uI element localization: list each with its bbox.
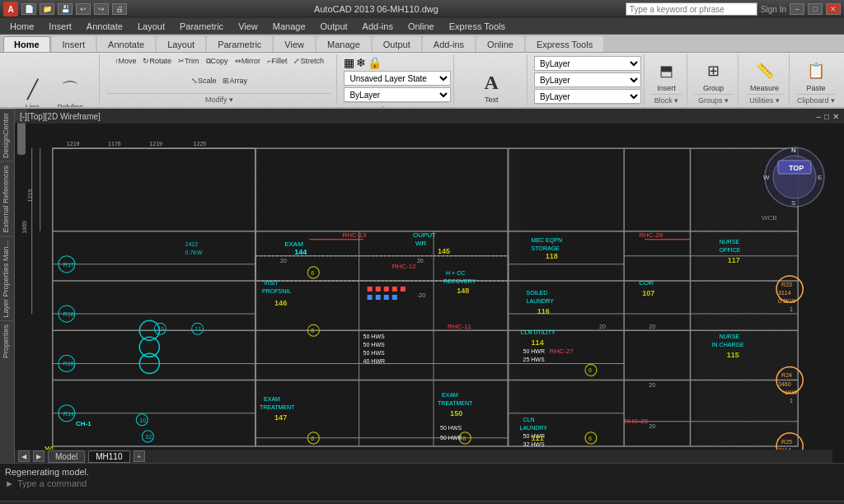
command-input[interactable] bbox=[17, 478, 839, 488]
btn-line[interactable]: ╱ Line bbox=[14, 56, 50, 107]
menu-layout[interactable]: Layout bbox=[131, 20, 171, 33]
tab-mh110[interactable]: MH110 bbox=[88, 450, 129, 463]
command-prompt: ► bbox=[5, 478, 14, 488]
menu-addins[interactable]: Add-ins bbox=[356, 20, 400, 33]
external-references-tab[interactable]: External References bbox=[0, 161, 15, 236]
properties-bylayer1-dropdown[interactable]: ByLayer bbox=[534, 56, 641, 71]
btn-mirror[interactable]: ⇔Mirror bbox=[232, 56, 264, 66]
menu-view[interactable]: View bbox=[232, 20, 265, 33]
svg-text:RHC-25: RHC-25 bbox=[624, 418, 648, 425]
cad-drawing: EXAM 144 RHC-13 OUPUT WR 145 MEC EQPN ST… bbox=[15, 124, 844, 463]
sign-in-btn[interactable]: Sign In bbox=[761, 5, 786, 14]
cad-canvas[interactable]: EXAM 144 RHC-13 OUPUT WR 145 MEC EQPN ST… bbox=[15, 124, 844, 463]
tab-prev-btn[interactable]: ◀ bbox=[18, 450, 30, 462]
tab-output[interactable]: Output bbox=[373, 36, 421, 52]
svg-text:RHC-11: RHC-11 bbox=[448, 323, 471, 330]
tab-home[interactable]: Home bbox=[3, 36, 50, 52]
menu-annotate[interactable]: Annotate bbox=[80, 20, 129, 33]
btn-group[interactable]: ⊞ Group bbox=[696, 56, 732, 94]
tab-model[interactable]: Model bbox=[48, 450, 85, 463]
btn-polyline[interactable]: ⌒ Polyline bbox=[52, 56, 88, 107]
tab-next-btn[interactable]: ▶ bbox=[33, 450, 45, 462]
viewport-close[interactable]: ✕ bbox=[832, 112, 839, 121]
btn-rotate[interactable]: ↻Rotate bbox=[140, 56, 174, 66]
menu-manage[interactable]: Manage bbox=[266, 20, 312, 33]
btn-move[interactable]: ↑Move bbox=[112, 56, 139, 66]
tab-layout[interactable]: Layout bbox=[157, 36, 205, 52]
menu-online[interactable]: Online bbox=[401, 20, 441, 33]
scroll-thumb[interactable] bbox=[17, 122, 26, 155]
ribbon-group-modify: ↑Move ↻Rotate ✂Trim ⧉Copy ⇔Mirror ⌐Fille… bbox=[101, 54, 337, 105]
designcenter-tab[interactable]: DesignCenter bbox=[0, 109, 15, 161]
properties-bylayer3-dropdown[interactable]: ByLayer bbox=[534, 89, 641, 104]
svg-text:20: 20 bbox=[649, 423, 655, 429]
line-icon: ╱ bbox=[19, 77, 45, 103]
menu-insert[interactable]: Insert bbox=[42, 20, 78, 33]
menu-home[interactable]: Home bbox=[3, 20, 40, 33]
btn-copy[interactable]: ⧉Copy bbox=[204, 56, 231, 67]
svg-text:H + CC: H + CC bbox=[446, 270, 465, 276]
nav-cube[interactable]: TOP N E W S WCB bbox=[762, 144, 828, 210]
navcube[interactable]: TOP N E W S WCB bbox=[762, 144, 828, 210]
btn-trim[interactable]: ✂Trim bbox=[176, 56, 202, 66]
viewport-restore[interactable]: □ bbox=[824, 112, 829, 121]
tab-addins[interactable]: Add-ins bbox=[423, 36, 475, 52]
btn-scale[interactable]: ⤡Scale bbox=[189, 76, 219, 86]
search-input[interactable] bbox=[626, 2, 757, 16]
insert-icon: ⬒ bbox=[654, 58, 680, 84]
svg-rect-137 bbox=[376, 295, 381, 300]
tab-manage[interactable]: Manage bbox=[316, 36, 371, 52]
svg-text:TREATMENT: TREATMENT bbox=[438, 400, 473, 406]
svg-text:1219: 1219 bbox=[67, 141, 80, 147]
properties-tab[interactable]: Properties bbox=[0, 320, 15, 362]
titlebar-left: A 📄 📁 💾 ↩ ↪ 🖨 bbox=[3, 2, 127, 16]
command-area: Regenerating model. ► bbox=[0, 463, 844, 501]
group-icon: ⊞ bbox=[701, 58, 727, 84]
viewport-minimize[interactable]: – bbox=[816, 112, 821, 121]
btn-stretch[interactable]: ⤢Stretch bbox=[291, 56, 326, 66]
quick-access-redo[interactable]: ↪ bbox=[94, 3, 109, 15]
quick-access-plot[interactable]: 🖨 bbox=[112, 3, 127, 15]
svg-rect-174 bbox=[508, 148, 520, 446]
ribbon-content: ╱ Line ⌒ Polyline ○ Circle ⌒ Arc bbox=[0, 53, 844, 107]
command-input-row: ► bbox=[5, 478, 839, 488]
layer-by-layer-dropdown[interactable]: ByLayer bbox=[344, 87, 451, 102]
quick-access-save[interactable]: 💾 bbox=[58, 3, 73, 15]
btn-measure[interactable]: 📏 Measure bbox=[745, 56, 784, 94]
quick-access-new[interactable]: 📄 bbox=[21, 3, 36, 15]
quick-access-open[interactable]: 📁 bbox=[40, 3, 54, 15]
layer-properties-tab[interactable]: Layer Properties Man... bbox=[0, 236, 15, 321]
menu-output[interactable]: Output bbox=[314, 20, 354, 33]
btn-insert[interactable]: ⬒ Insert bbox=[649, 56, 685, 94]
svg-rect-139 bbox=[392, 295, 397, 300]
modify-group-label: Modify ▾ bbox=[106, 93, 331, 104]
cad-viewport[interactable]: [-][Top][2D Wireframe] – □ ✕ bbox=[15, 109, 844, 463]
svg-rect-135 bbox=[401, 287, 406, 292]
svg-text:50 HWS: 50 HWS bbox=[363, 342, 385, 348]
tab-insert[interactable]: Insert bbox=[52, 36, 96, 52]
minimize-btn[interactable]: – bbox=[790, 3, 804, 15]
ribbon-group-groups: ⊞ Group Groups ▾ bbox=[689, 54, 738, 105]
btn-array[interactable]: ⊞Array bbox=[220, 76, 250, 86]
utilities-group-label: Utilities ▾ bbox=[745, 94, 784, 105]
quick-access-undo[interactable]: ↩ bbox=[76, 3, 91, 15]
svg-rect-175 bbox=[251, 148, 260, 446]
svg-text:1869: 1869 bbox=[21, 221, 27, 234]
maximize-btn[interactable]: □ bbox=[808, 3, 823, 15]
tab-add-btn[interactable]: + bbox=[134, 450, 145, 462]
properties-bylayer2-dropdown[interactable]: ByLayer bbox=[534, 72, 641, 87]
layer-state-dropdown[interactable]: Unsaved Layer State bbox=[344, 71, 451, 86]
svg-rect-134 bbox=[392, 287, 397, 292]
menu-expresstools[interactable]: Express Tools bbox=[443, 20, 512, 33]
tab-annotate[interactable]: Annotate bbox=[97, 36, 155, 52]
svg-text:RHC-28: RHC-28 bbox=[639, 231, 663, 239]
close-btn[interactable]: ✕ bbox=[826, 3, 841, 15]
btn-paste[interactable]: 📋 Paste bbox=[798, 56, 834, 94]
tab-view[interactable]: View bbox=[274, 36, 315, 52]
tab-online[interactable]: Online bbox=[476, 36, 524, 52]
tab-expresstools[interactable]: Express Tools bbox=[526, 36, 603, 52]
btn-fillet[interactable]: ⌐Fillet bbox=[265, 56, 289, 66]
menu-parametric[interactable]: Parametric bbox=[173, 20, 230, 33]
btn-text[interactable]: A Text bbox=[473, 56, 509, 107]
tab-parametric[interactable]: Parametric bbox=[207, 36, 272, 52]
